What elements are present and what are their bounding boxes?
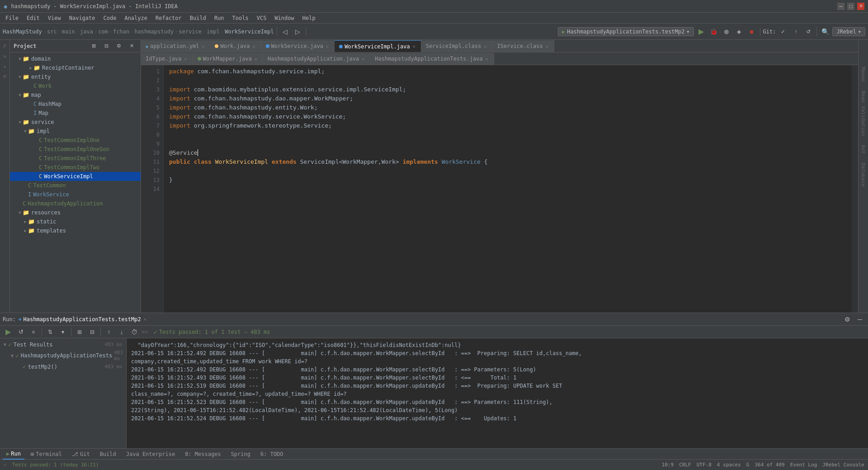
status-line-ending[interactable]: CRLF <box>679 462 691 468</box>
filter-btn[interactable]: ▾ <box>57 327 68 337</box>
bottom-terminal-btn[interactable]: ⊞ Terminal <box>27 449 66 460</box>
test-class-item[interactable]: ▼ ✓ HashmapstudyApplicationTests 483 ms <box>9 349 124 362</box>
run-tab-close-btn[interactable]: ✕ <box>143 316 147 322</box>
jrebel-config[interactable]: JRebel ▾ <box>832 27 865 36</box>
status-zoom[interactable]: 364 of 409 <box>755 462 784 468</box>
history-btn[interactable]: ⏱ <box>129 327 140 337</box>
breadcrumb-com[interactable]: com <box>98 28 108 35</box>
bottom-messages-btn[interactable]: 0: Messages <box>181 449 224 460</box>
bottom-build-btn[interactable]: Build <box>96 449 120 460</box>
menu-code[interactable]: Code <box>100 14 120 22</box>
tab-close-btn[interactable]: ✕ <box>483 43 487 49</box>
toolbar-forward-btn[interactable]: ▷ <box>292 26 303 37</box>
git-update-button[interactable]: ✓ <box>778 26 788 37</box>
tab-workservice-java[interactable]: WorkService.java ✕ <box>261 40 335 52</box>
down-btn[interactable]: ↓ <box>116 327 127 337</box>
bean-validation-icon[interactable]: Bean Validation <box>860 91 866 136</box>
breadcrumb-src[interactable]: src <box>47 28 57 35</box>
project-expand-all-btn[interactable]: ⊞ <box>88 41 99 52</box>
status-event-log[interactable]: Event Log <box>790 462 817 468</box>
expand-btn[interactable]: ⊞ <box>74 327 85 337</box>
console-output[interactable]: "dayOfYear":166,"chronology":{"id":"ISO"… <box>127 338 868 448</box>
tree-item-workserviceimpl[interactable]: ▶ C WorkServiceImpl <box>10 172 141 181</box>
tree-item-static[interactable]: ▶ 📁 static <box>10 217 141 226</box>
tab-close-btn[interactable]: ✕ <box>545 43 549 49</box>
status-indent[interactable]: 4 spaces <box>717 462 741 468</box>
tree-item-testcommonimplone[interactable]: ▶ C TestCommonImplOne <box>10 136 141 145</box>
menu-analyze[interactable]: Analyze <box>121 14 151 22</box>
test-results-root[interactable]: ▼ ✓ Test Results 483 ms <box>2 340 124 349</box>
status-jrebel[interactable]: JRebel Console <box>822 462 864 468</box>
profile-button[interactable]: ◈ <box>734 26 745 37</box>
tab-hashmapstudy-app-java[interactable]: HashmapstudyApplication.java ✕ <box>263 53 370 65</box>
bottom-todo-btn[interactable]: 6: TODO <box>257 449 287 460</box>
close-button[interactable]: ✕ <box>857 3 864 10</box>
menu-run[interactable]: Run <box>211 14 228 22</box>
menu-help[interactable]: Help <box>299 14 319 22</box>
git-history-button[interactable]: ↺ <box>803 26 814 37</box>
menu-vcs[interactable]: VCS <box>253 14 270 22</box>
breadcrumb-hashmap-study[interactable]: HashMapStudy <box>3 28 42 35</box>
run-tests-btn[interactable]: ▶ <box>3 327 14 337</box>
stop-tests-btn[interactable]: ■ <box>28 327 39 337</box>
maven-icon[interactable]: Maven <box>860 67 866 82</box>
tree-item-service[interactable]: ▼ 📁 service <box>10 118 141 127</box>
status-git-indicator[interactable]: G <box>746 462 750 468</box>
tab-hashmapstudy-tests-java[interactable]: HashmapstudyApplicationTests.java ✕ <box>370 53 494 65</box>
stop-button[interactable]: ■ <box>746 26 757 37</box>
tree-item-testcommonimpltwo[interactable]: ▶ C TestCommonImplTwo <box>10 163 141 172</box>
tab-close-btn[interactable]: ✕ <box>251 43 256 49</box>
tree-item-testcommon[interactable]: ▶ C TestCommon <box>10 181 141 190</box>
tree-item-hashmapstudy-app[interactable]: ▶ C HashmapstudyApplication <box>10 199 141 208</box>
tab-idtype-java[interactable]: IdType.java ✕ <box>141 53 193 65</box>
bottom-run-btn[interactable]: ▶ Run <box>3 449 24 460</box>
tree-item-testcommonimploneson[interactable]: ▶ C TestCommonImplOneSon <box>10 145 141 154</box>
toolbar-back-btn[interactable]: ◁ <box>280 26 291 37</box>
test-more-btn[interactable]: >> <box>142 329 148 335</box>
breadcrumb-service[interactable]: service <box>179 28 202 35</box>
project-icon[interactable]: P <box>0 42 9 51</box>
tab-close-btn[interactable]: ✕ <box>361 56 365 62</box>
run-config-selector[interactable]: ▶ HashmapstudyApplicationTests.testMp2 ▾ <box>558 27 694 36</box>
tab-workmapper-java[interactable]: WorkMapper.java ✕ <box>193 53 263 65</box>
tree-item-impl[interactable]: ▼ 📁 impl <box>10 127 141 136</box>
menu-view[interactable]: View <box>44 14 65 22</box>
tree-item-domain[interactable]: ▼ 📁 domain <box>10 54 141 63</box>
tab-serviceimpl-class[interactable]: ServiceImpl.class ✕ <box>421 40 493 52</box>
structure-icon[interactable]: ≡ <box>0 52 9 61</box>
minimize-button[interactable]: ─ <box>837 3 844 10</box>
breadcrumb-fchan[interactable]: fchan <box>113 28 129 35</box>
maximize-button[interactable]: □ <box>847 3 854 10</box>
tab-workserviceimpl-java[interactable]: WorkServiceImpl.java ✕ <box>335 40 421 52</box>
debug-button[interactable]: 🐞 <box>708 26 719 37</box>
tab-close-btn[interactable]: ✕ <box>183 56 188 62</box>
breadcrumb-impl[interactable]: impl <box>207 28 220 35</box>
tab-work-java[interactable]: Work.java ✕ <box>210 40 261 52</box>
bottom-spring-btn[interactable]: Spring <box>227 449 254 460</box>
tree-item-testcommonimplthree[interactable]: ▶ C TestCommonImplThree <box>10 154 141 163</box>
menu-refactor[interactable]: Refactor <box>152 14 185 22</box>
menu-build[interactable]: Build <box>186 14 210 22</box>
find-icon[interactable]: ⊞ <box>0 71 9 81</box>
tree-item-resources[interactable]: ▼ 📁 resources <box>10 208 141 217</box>
up-btn[interactable]: ↑ <box>104 327 114 337</box>
run-coverage-button[interactable]: ⊕ <box>721 26 732 37</box>
menu-file[interactable]: File <box>2 14 22 22</box>
code-editor[interactable]: package com.fchan.hashmapstudy.service.i… <box>164 65 852 313</box>
tab-close-btn[interactable]: ✕ <box>412 43 416 49</box>
tree-item-entity[interactable]: ▼ 📁 entity <box>10 72 141 81</box>
tree-item-map[interactable]: ▼ 📁 map <box>10 90 141 100</box>
ant-icon[interactable]: Ant <box>860 145 866 154</box>
run-tab-active[interactable]: ◈ HashmapstudyApplicationTests.testMp2 ✕ <box>19 316 147 323</box>
tab-iservice-class[interactable]: IService.class ✕ <box>493 40 554 52</box>
status-encoding[interactable]: UTF-8 <box>697 462 712 468</box>
breadcrumb-workserviceimpl[interactable]: WorkServiceImpl <box>225 28 274 35</box>
tree-item-work[interactable]: ▶ C Work <box>10 81 141 90</box>
tab-application-yml[interactable]: ◆ application.yml ✕ <box>141 40 210 52</box>
tree-item-map-class[interactable]: ▶ I Map <box>10 109 141 118</box>
menu-window[interactable]: Window <box>271 14 297 22</box>
project-collapse-all-btn[interactable]: ⊟ <box>101 41 112 52</box>
tab-close-btn[interactable]: ✕ <box>485 56 489 62</box>
status-position[interactable]: 10:9 <box>662 462 674 468</box>
project-close-btn[interactable]: ✕ <box>126 41 137 52</box>
